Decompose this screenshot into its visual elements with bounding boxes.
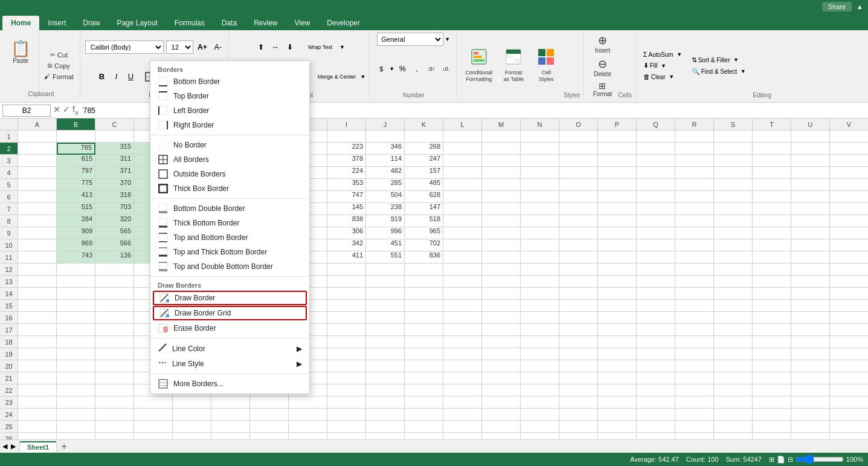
cell-C24[interactable] bbox=[95, 409, 134, 421]
cell-P26[interactable] bbox=[598, 433, 637, 439]
cell-T5[interactable] bbox=[753, 179, 791, 191]
cell-A10[interactable] bbox=[18, 239, 57, 251]
cell-C13[interactable] bbox=[95, 276, 134, 288]
tab-data[interactable]: Data bbox=[213, 16, 245, 30]
comma-btn[interactable]: , bbox=[410, 62, 423, 76]
cell-I5[interactable]: 353 bbox=[327, 179, 366, 191]
cell-T1[interactable] bbox=[753, 131, 791, 143]
cell-S16[interactable] bbox=[714, 312, 753, 324]
cell-S14[interactable] bbox=[714, 288, 753, 300]
cell-I3[interactable]: 378 bbox=[327, 155, 366, 167]
cell-P15[interactable] bbox=[598, 300, 637, 312]
autosum-btn[interactable]: Σ AutoSum ▼ bbox=[641, 50, 687, 59]
cell-A7[interactable] bbox=[18, 203, 57, 215]
cell-N12[interactable] bbox=[521, 264, 559, 276]
add-sheet-button[interactable]: + bbox=[58, 441, 70, 453]
cell-N1[interactable] bbox=[521, 131, 559, 143]
col-header-N[interactable]: N bbox=[521, 118, 559, 131]
cell-A12[interactable] bbox=[18, 264, 57, 276]
cell-B18[interactable] bbox=[57, 336, 95, 348]
cell-P12[interactable] bbox=[598, 264, 637, 276]
cell-R13[interactable] bbox=[675, 276, 714, 288]
cell-N13[interactable] bbox=[521, 276, 559, 288]
percent-btn[interactable]: % bbox=[396, 62, 409, 76]
cell-K7[interactable]: 147 bbox=[405, 203, 443, 215]
cell-K20[interactable] bbox=[405, 360, 443, 372]
cell-I24[interactable] bbox=[327, 409, 366, 421]
cell-V25[interactable] bbox=[830, 421, 868, 433]
thick-bottom-border-item[interactable]: Thick Bottom Border bbox=[150, 216, 309, 230]
cell-D25[interactable] bbox=[134, 421, 173, 433]
cell-S22[interactable] bbox=[714, 384, 753, 396]
cell-Q8[interactable] bbox=[637, 215, 675, 227]
cell-R22[interactable] bbox=[675, 384, 714, 396]
cell-M12[interactable] bbox=[482, 264, 521, 276]
cell-R10[interactable] bbox=[675, 239, 714, 251]
currency-btn[interactable]: $ bbox=[375, 62, 388, 76]
cell-R23[interactable] bbox=[675, 396, 714, 409]
cell-J11[interactable]: 551 bbox=[366, 251, 405, 264]
cell-T2[interactable] bbox=[753, 143, 791, 155]
cell-T15[interactable] bbox=[753, 300, 791, 312]
cell-T19[interactable] bbox=[753, 348, 791, 360]
cell-L14[interactable] bbox=[443, 288, 482, 300]
cell-P9[interactable] bbox=[598, 227, 637, 239]
sort-filter-arrow[interactable]: ▼ bbox=[731, 56, 741, 63]
cell-styles-btn[interactable]: CellStyles bbox=[531, 47, 561, 83]
increase-decimal-btn[interactable]: .0↑ bbox=[425, 62, 438, 76]
cell-O10[interactable] bbox=[559, 239, 598, 251]
cell-R5[interactable] bbox=[675, 179, 714, 191]
cell-K19[interactable] bbox=[405, 348, 443, 360]
cell-R26[interactable] bbox=[675, 433, 714, 439]
cell-O21[interactable] bbox=[559, 372, 598, 384]
cell-P25[interactable] bbox=[598, 421, 637, 433]
cell-K5[interactable]: 485 bbox=[405, 179, 443, 191]
cell-O8[interactable] bbox=[559, 215, 598, 227]
cell-J3[interactable]: 114 bbox=[366, 155, 405, 167]
cell-V1[interactable] bbox=[830, 131, 868, 143]
row-header-8[interactable]: 8 bbox=[0, 215, 18, 227]
cell-A23[interactable] bbox=[18, 396, 57, 409]
clear-btn[interactable]: 🗑 Clear ▼ bbox=[641, 72, 687, 82]
cell-K6[interactable]: 628 bbox=[405, 191, 443, 203]
cell-J22[interactable] bbox=[366, 384, 405, 396]
cell-I2[interactable]: 223 bbox=[327, 143, 366, 155]
cell-L1[interactable] bbox=[443, 131, 482, 143]
cell-S19[interactable] bbox=[714, 348, 753, 360]
cell-B24[interactable] bbox=[57, 409, 95, 421]
autosum-arrow[interactable]: ▼ bbox=[675, 51, 684, 58]
cell-L6[interactable] bbox=[443, 191, 482, 203]
cell-R18[interactable] bbox=[675, 336, 714, 348]
cell-J4[interactable]: 482 bbox=[366, 167, 405, 179]
row-header-11[interactable]: 11 bbox=[0, 251, 18, 264]
cell-G24[interactable] bbox=[250, 409, 289, 421]
cell-T13[interactable] bbox=[753, 276, 791, 288]
tab-view[interactable]: View bbox=[286, 16, 319, 30]
cell-V15[interactable] bbox=[830, 300, 868, 312]
cell-C25[interactable] bbox=[95, 421, 134, 433]
cell-Q18[interactable] bbox=[637, 336, 675, 348]
cell-J13[interactable] bbox=[366, 276, 405, 288]
cell-A16[interactable] bbox=[18, 312, 57, 324]
cell-R17[interactable] bbox=[675, 324, 714, 336]
cell-S23[interactable] bbox=[714, 396, 753, 409]
cell-P22[interactable] bbox=[598, 384, 637, 396]
cell-N24[interactable] bbox=[521, 409, 559, 421]
cell-I10[interactable]: 342 bbox=[327, 239, 366, 251]
cell-R14[interactable] bbox=[675, 288, 714, 300]
align-bottom-btn[interactable]: ⬇ bbox=[283, 40, 297, 54]
copy-button[interactable]: ⧉ Copy bbox=[42, 61, 76, 71]
cell-K14[interactable] bbox=[405, 288, 443, 300]
row-header-9[interactable]: 9 bbox=[0, 227, 18, 239]
cell-M15[interactable] bbox=[482, 300, 521, 312]
cell-I9[interactable]: 306 bbox=[327, 227, 366, 239]
cell-Q12[interactable] bbox=[637, 264, 675, 276]
cell-N8[interactable] bbox=[521, 215, 559, 227]
cell-V11[interactable] bbox=[830, 251, 868, 264]
cell-I23[interactable] bbox=[327, 396, 366, 409]
cell-J20[interactable] bbox=[366, 360, 405, 372]
cell-J9[interactable]: 996 bbox=[366, 227, 405, 239]
cell-U22[interactable] bbox=[791, 384, 830, 396]
conditional-formatting-btn[interactable]: ConditionalFormatting bbox=[461, 47, 496, 83]
cell-V18[interactable] bbox=[830, 336, 868, 348]
